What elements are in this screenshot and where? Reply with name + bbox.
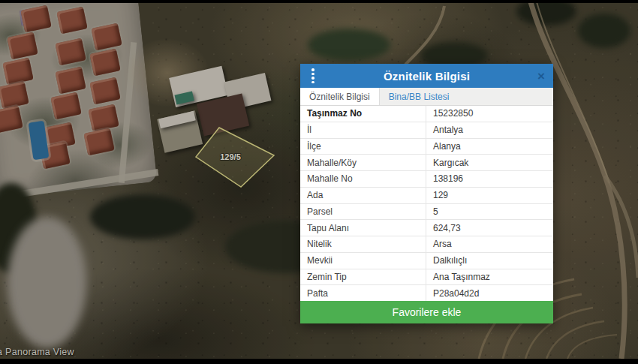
panel-header: Öznitelik Bilgisi ×: [300, 64, 553, 88]
table-row: İlAntalya: [300, 122, 553, 139]
attribute-table: Taşınmaz No15232850 İlAntalya İlçeAlanya…: [300, 106, 553, 301]
row-label: Mevkii: [300, 253, 426, 269]
table-row: Tapu Alanı624,73: [300, 220, 553, 236]
map-attribution: a Panorama View: [0, 347, 74, 357]
row-label: Parsel: [300, 204, 426, 220]
row-value: P28a04d2d: [426, 285, 553, 301]
row-label: İlçe: [300, 139, 426, 155]
row-label: Nitelik: [300, 236, 426, 252]
tab-bina-bb-listesi[interactable]: Bina/BB Listesi: [380, 88, 459, 105]
row-label: Mahalle/Köy: [300, 155, 426, 170]
row-label: Taşınmaz No: [300, 106, 426, 122]
row-label: İl: [300, 122, 426, 138]
row-value: 5: [426, 204, 553, 220]
table-row: Ada129: [300, 188, 553, 204]
close-icon[interactable]: ×: [537, 70, 545, 83]
table-row: Mahalle/KöyKargıcak: [300, 155, 553, 171]
row-value: Antalya: [426, 122, 553, 138]
row-label: Zemin Tip: [300, 269, 426, 285]
row-value: Kargıcak: [426, 155, 553, 170]
kebab-menu-icon[interactable]: [311, 68, 314, 83]
letterbox-top: [0, 0, 638, 3]
panel-tabs: Öznitelik Bilgisi Bina/BB Listesi: [300, 88, 553, 106]
table-row: MevkiiDalkılıçlı: [300, 253, 553, 269]
row-value: Alanya: [426, 139, 553, 155]
tab-oznitelik-bilgisi[interactable]: Öznitelik Bilgisi: [300, 88, 380, 105]
row-label: Pafta: [300, 285, 426, 301]
row-value: 15232850: [426, 106, 553, 122]
table-row: Parsel5: [300, 204, 553, 221]
row-value: 138196: [426, 171, 553, 187]
table-row: Taşınmaz No15232850: [300, 106, 553, 122]
row-label: Tapu Alanı: [300, 220, 426, 236]
row-value: Ana Taşınmaz: [426, 269, 553, 285]
add-to-favorites-button[interactable]: Favorilere ekle: [300, 301, 553, 323]
attribute-info-panel: Öznitelik Bilgisi × Öznitelik Bilgisi Bi…: [300, 64, 553, 323]
parcel-viewer-app: 129/5 a Panorama View Öznitelik Bilgisi …: [0, 0, 638, 364]
row-value: 129: [426, 188, 553, 203]
table-row: İlçeAlanya: [300, 139, 553, 155]
table-row: PaftaP28a04d2d: [300, 285, 553, 301]
panel-title: Öznitelik Bilgisi: [384, 70, 470, 83]
table-row: Mahalle No138196: [300, 171, 553, 188]
row-value: Arsa: [426, 236, 553, 252]
row-value: Dalkılıçlı: [426, 253, 553, 269]
row-label: Mahalle No: [300, 171, 426, 187]
letterbox-bottom: [0, 359, 638, 364]
table-row: Zemin TipAna Taşınmaz: [300, 269, 553, 286]
row-label: Ada: [300, 188, 426, 203]
table-row: NitelikArsa: [300, 236, 553, 253]
row-value: 624,73: [426, 220, 553, 236]
